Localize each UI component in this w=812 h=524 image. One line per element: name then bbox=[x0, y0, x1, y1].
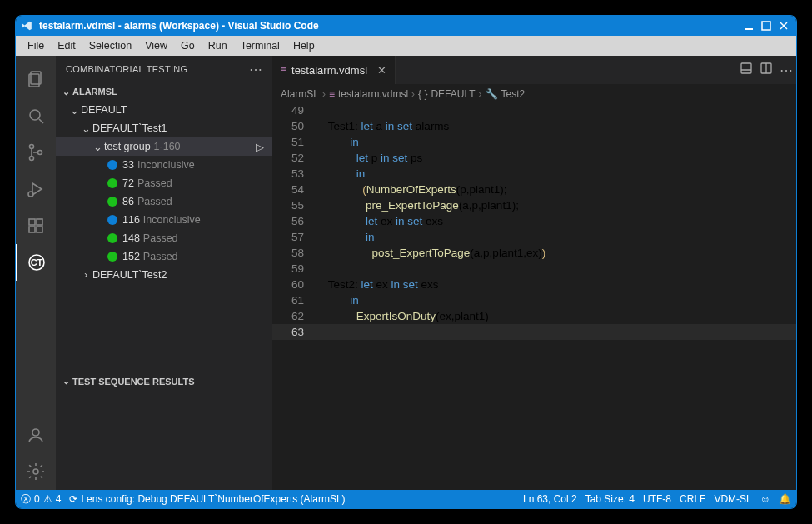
status-dot-icon bbox=[107, 233, 117, 243]
window-title: testalarm.vdmsl - alarms (Workspace) - V… bbox=[39, 20, 739, 32]
menu-go[interactable]: Go bbox=[174, 38, 202, 53]
search-icon[interactable] bbox=[16, 97, 56, 134]
chevron-down-icon: ⌄ bbox=[67, 104, 81, 117]
status-tabsize[interactable]: Tab Size: 4 bbox=[585, 493, 635, 505]
menu-bar: File Edit Selection View Go Run Terminal… bbox=[16, 36, 796, 56]
tree-test2[interactable]: ›DEFAULT`Test2 bbox=[56, 266, 272, 284]
toggle-panel-icon[interactable] bbox=[736, 62, 756, 78]
test-result-row[interactable]: 86Passed bbox=[56, 192, 272, 211]
test-number: 152 bbox=[122, 251, 140, 262]
status-lens[interactable]: ⟳Lens config: Debug DEFAULT`NumberOfExpe… bbox=[69, 493, 345, 505]
settings-gear-icon[interactable] bbox=[16, 453, 56, 490]
warning-icon: ⚠ bbox=[43, 493, 52, 505]
tree-test-group[interactable]: ⌄test group1-160▷ bbox=[56, 137, 272, 156]
status-language[interactable]: VDM-SL bbox=[714, 493, 751, 505]
bell-icon[interactable]: 🔔 bbox=[779, 493, 791, 505]
svg-point-8 bbox=[30, 145, 34, 149]
code-editor[interactable]: 4950 Test1: let a in set alarms51 in52 l… bbox=[272, 102, 796, 490]
accounts-icon[interactable] bbox=[16, 417, 56, 453]
test-tree: ⌄DEFAULT ⌄DEFAULT`Test1 ⌄test group1-160… bbox=[56, 101, 272, 284]
braces-icon: { } bbox=[418, 88, 427, 100]
explorer-icon[interactable] bbox=[16, 61, 56, 97]
chevron-down-icon: ⌄ bbox=[59, 376, 72, 387]
test-number: 116 bbox=[122, 214, 140, 226]
sync-icon: ⟳ bbox=[69, 493, 77, 505]
svg-point-19 bbox=[32, 429, 39, 436]
svg-rect-0 bbox=[745, 28, 753, 30]
test-result-row[interactable]: 116Inconclusive bbox=[56, 211, 272, 229]
editor-area: ≡ testalarm.vdmsl ✕ ⋯ AlarmSL› ≡testalar… bbox=[272, 56, 796, 490]
close-button[interactable] bbox=[776, 20, 791, 32]
status-dot-icon bbox=[107, 215, 117, 225]
status-bar: ⓧ0⚠4 ⟳Lens config: Debug DEFAULT`NumberO… bbox=[16, 490, 796, 508]
chevron-down-icon: ⌄ bbox=[59, 87, 72, 97]
svg-point-9 bbox=[30, 157, 34, 161]
status-dot-icon bbox=[107, 160, 117, 170]
run-icon[interactable]: ▷ bbox=[256, 141, 264, 153]
maximize-button[interactable] bbox=[759, 20, 774, 32]
editor-more-icon[interactable]: ⋯ bbox=[776, 62, 796, 78]
error-icon: ⓧ bbox=[21, 492, 31, 507]
test-status: Inconclusive bbox=[143, 214, 201, 226]
menu-run[interactable]: Run bbox=[202, 38, 234, 53]
editor-tabs: ≡ testalarm.vdmsl ✕ ⋯ bbox=[272, 56, 796, 84]
status-dot-icon bbox=[107, 252, 117, 262]
project-header[interactable]: ⌄ALARMSL bbox=[56, 82, 272, 101]
test-result-row[interactable]: 152Passed bbox=[56, 247, 272, 266]
svg-point-20 bbox=[33, 469, 38, 474]
extensions-icon[interactable] bbox=[16, 207, 56, 244]
menu-file[interactable]: File bbox=[21, 38, 51, 53]
close-tab-icon[interactable]: ✕ bbox=[377, 64, 386, 77]
test-status: Passed bbox=[143, 251, 178, 262]
test-status: Passed bbox=[137, 196, 172, 207]
svg-point-10 bbox=[38, 151, 42, 155]
status-encoding[interactable]: UTF-8 bbox=[643, 493, 671, 505]
wrench-icon: 🔧 bbox=[486, 88, 498, 100]
crumb-symbol[interactable]: Test2 bbox=[501, 88, 526, 100]
status-eol[interactable]: CRLF bbox=[680, 493, 705, 505]
source-control-icon[interactable] bbox=[16, 134, 56, 171]
test-result-row[interactable]: 72Passed bbox=[56, 174, 272, 192]
crumb-module[interactable]: DEFAULT bbox=[431, 88, 475, 100]
svg-line-7 bbox=[39, 119, 43, 123]
status-dot-icon bbox=[107, 197, 117, 207]
chevron-down-icon: ⌄ bbox=[79, 122, 92, 135]
test-result-row[interactable]: 33Inconclusive bbox=[56, 156, 272, 174]
sidebar: COMBINATORIAL TESTING ⋯ ⌄ALARMSL ⌄DEFAUL… bbox=[56, 56, 272, 490]
svg-rect-21 bbox=[741, 63, 751, 73]
svg-marker-11 bbox=[32, 183, 42, 195]
status-dot-icon bbox=[107, 178, 117, 188]
file-icon: ≡ bbox=[281, 64, 286, 76]
feedback-icon[interactable]: ☺ bbox=[760, 493, 770, 505]
minimize-button[interactable] bbox=[741, 20, 756, 32]
menu-selection[interactable]: Selection bbox=[82, 38, 138, 53]
menu-view[interactable]: View bbox=[138, 38, 174, 53]
split-editor-icon[interactable] bbox=[756, 62, 776, 78]
menu-edit[interactable]: Edit bbox=[51, 38, 82, 53]
menu-help[interactable]: Help bbox=[286, 38, 321, 53]
svg-rect-1 bbox=[762, 22, 770, 30]
run-debug-icon[interactable] bbox=[16, 171, 56, 207]
tab-testalarm[interactable]: ≡ testalarm.vdmsl ✕ bbox=[272, 56, 396, 84]
more-actions-icon[interactable]: ⋯ bbox=[249, 62, 262, 77]
chevron-down-icon: ⌄ bbox=[91, 141, 104, 153]
combinatorial-testing-icon[interactable]: CT bbox=[16, 244, 56, 281]
chevron-right-icon: › bbox=[79, 269, 92, 281]
breadcrumbs[interactable]: AlarmSL› ≡testalarm.vdmsl› { }DEFAULT› 🔧… bbox=[272, 84, 796, 102]
svg-rect-13 bbox=[29, 219, 35, 225]
test-result-row[interactable]: 148Passed bbox=[56, 229, 272, 247]
title-bar: testalarm.vdmsl - alarms (Workspace) - V… bbox=[16, 16, 796, 36]
status-position[interactable]: Ln 63, Col 2 bbox=[523, 493, 577, 505]
svg-rect-14 bbox=[37, 219, 42, 225]
sidebar-header: COMBINATORIAL TESTING ⋯ bbox=[56, 56, 272, 82]
status-errors[interactable]: ⓧ0⚠4 bbox=[21, 492, 61, 507]
test-sequence-header[interactable]: ⌄TEST SEQUENCE RESULTS bbox=[56, 372, 272, 390]
test-number: 33 bbox=[122, 159, 134, 171]
svg-rect-15 bbox=[29, 227, 35, 232]
crumb-file[interactable]: testalarm.vdmsl bbox=[338, 88, 408, 100]
crumb-project[interactable]: AlarmSL bbox=[281, 88, 319, 100]
tree-default[interactable]: ⌄DEFAULT bbox=[56, 101, 272, 119]
tree-test1[interactable]: ⌄DEFAULT`Test1 bbox=[56, 119, 272, 137]
menu-terminal[interactable]: Terminal bbox=[234, 38, 286, 53]
tab-label: testalarm.vdmsl bbox=[291, 64, 367, 77]
